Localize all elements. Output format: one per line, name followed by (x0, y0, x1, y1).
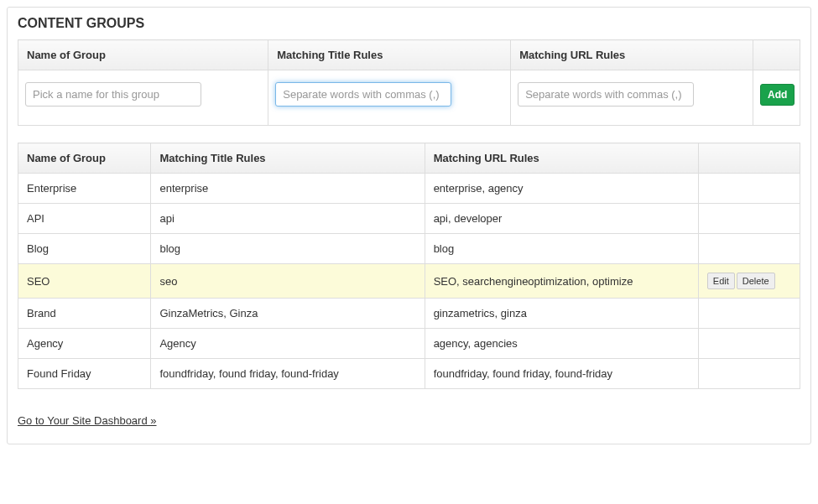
cell-actions (698, 174, 800, 204)
cell-title-rules: foundfriday, found friday, found-friday (151, 359, 425, 389)
title-rules-input[interactable] (275, 82, 451, 107)
cell-title-rules: seo (151, 264, 425, 299)
cell-actions (698, 359, 800, 389)
cell-actions (698, 329, 800, 359)
groups-table: Name of Group Matching Title Rules Match… (18, 143, 800, 389)
form-header-url-rules: Matching URL Rules (511, 40, 753, 70)
cell-group-name: Found Friday (18, 359, 151, 389)
cell-url-rules: ginzametrics, ginza (425, 299, 698, 329)
form-header-title-rules: Matching Title Rules (268, 40, 511, 70)
cell-actions: EditDelete (698, 264, 800, 299)
cell-url-rules: enterprise, agency (425, 174, 698, 204)
cell-group-name: Enterprise (18, 174, 151, 204)
form-header-name: Name of Group (18, 40, 268, 70)
cell-actions (698, 204, 800, 234)
cell-url-rules: api, developer (425, 204, 698, 234)
cell-group-name: API (18, 204, 151, 234)
table-row: SEOseoSEO, searchengineoptimization, opt… (18, 264, 800, 299)
table-header-actions (698, 143, 800, 174)
cell-url-rules: SEO, searchengineoptimization, optimize (425, 264, 698, 299)
panel-title: CONTENT GROUPS (18, 16, 800, 31)
table-header-name: Name of Group (18, 143, 151, 174)
add-button[interactable]: Add (760, 84, 795, 106)
table-row: APIapiapi, developer (18, 204, 800, 234)
edit-button[interactable]: Edit (707, 273, 735, 289)
content-groups-panel: CONTENT GROUPS Name of Group Matching Ti… (7, 7, 811, 444)
cell-title-rules: Agency (151, 329, 425, 359)
table-header-url-rules: Matching URL Rules (425, 143, 698, 174)
dashboard-link[interactable]: Go to Your Site Dashboard » (18, 414, 157, 427)
cell-title-rules: api (151, 204, 425, 234)
cell-title-rules: blog (151, 234, 425, 264)
url-rules-input[interactable] (518, 82, 694, 107)
cell-actions (698, 234, 800, 264)
table-row: Found Fridayfoundfriday, found friday, f… (18, 359, 800, 389)
table-row: AgencyAgencyagency, agencies (18, 329, 800, 359)
table-row: Enterpriseenterpriseenterprise, agency (18, 174, 800, 204)
table-row: BrandGinzaMetrics, Ginzaginzametrics, gi… (18, 299, 800, 329)
cell-url-rules: agency, agencies (425, 329, 698, 359)
cell-group-name: Agency (18, 329, 151, 359)
cell-group-name: Blog (18, 234, 151, 264)
cell-title-rules: enterprise (151, 174, 425, 204)
cell-url-rules: blog (425, 234, 698, 264)
table-header-title-rules: Matching Title Rules (151, 143, 425, 174)
create-group-table: Name of Group Matching Title Rules Match… (18, 39, 800, 126)
table-row: Blogblogblog (18, 234, 800, 264)
cell-url-rules: foundfriday, found friday, found-friday (425, 359, 698, 389)
cell-actions (698, 299, 800, 329)
delete-button[interactable]: Delete (737, 273, 775, 289)
cell-group-name: SEO (18, 264, 151, 299)
group-name-input[interactable] (25, 82, 201, 107)
cell-title-rules: GinzaMetrics, Ginza (151, 299, 425, 329)
form-header-actions (753, 40, 800, 70)
cell-group-name: Brand (18, 299, 151, 329)
